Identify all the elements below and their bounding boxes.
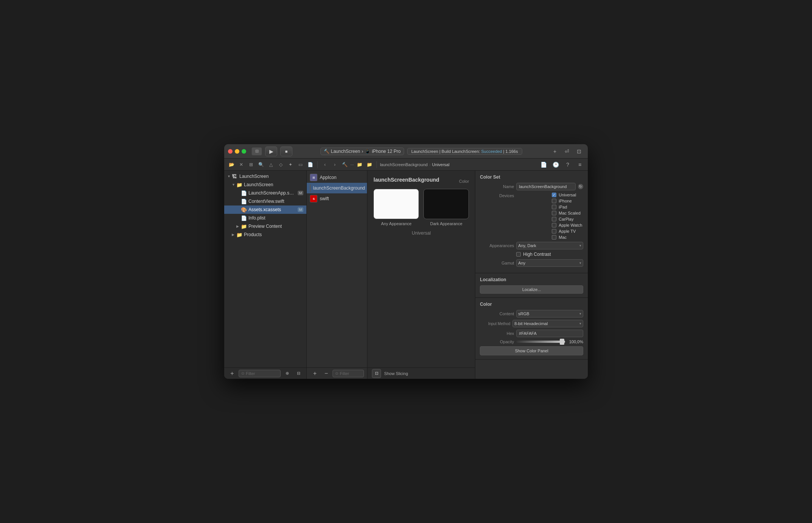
cb-universal[interactable]: ✓ — [552, 193, 556, 197]
cb-mac-scaled[interactable] — [552, 211, 556, 215]
maximize-button[interactable] — [242, 149, 246, 154]
devices-section: Devices ✓ Universal iPhone iPad — [480, 193, 583, 240]
doc-new-icon[interactable]: 📄 — [539, 160, 548, 169]
cb-apple-tv[interactable] — [552, 229, 556, 233]
opacity-slider[interactable] — [516, 341, 565, 343]
titlebar: ⊟ ▶ ■ 🔨 LaunchScreen › 📱 iPhone 12 Pro L… — [224, 144, 588, 159]
panel-header-icons: 📄 🕐 ? ≡ — [539, 160, 585, 169]
cb-ipad[interactable] — [552, 205, 556, 209]
titlebar-center: 🔨 LaunchScreen › 📱 iPhone 12 Pro LaunchS… — [295, 148, 547, 155]
rect-icon[interactable]: ▭ — [296, 160, 304, 169]
search-icon[interactable]: 🔍 — [257, 160, 265, 169]
minimize-button[interactable] — [235, 149, 239, 154]
name-label: Name — [480, 184, 514, 189]
help-icon[interactable]: ? — [563, 160, 573, 169]
nav-forward[interactable]: › — [331, 160, 339, 169]
folder-icon[interactable]: 📂 — [227, 160, 236, 169]
nav-back[interactable]: ‹ — [321, 160, 329, 169]
plist-icon: 📄 — [241, 215, 247, 221]
filter-input-sidebar[interactable]: ⊙ Filter — [239, 370, 281, 377]
add-file-button[interactable]: + — [227, 369, 237, 378]
scheme-icon-2[interactable]: 🔨 — [340, 160, 349, 169]
folder-nav-icon-2[interactable]: 📁 — [365, 160, 373, 169]
tree-item-preview[interactable]: ▶ 📁 Preview Content — [224, 222, 306, 230]
diamond-icon[interactable]: ◇ — [276, 160, 285, 169]
xmark-icon[interactable]: ✕ — [237, 160, 245, 169]
wand-icon[interactable]: ✦ — [286, 160, 295, 169]
tree-label-assets: Assets.xcassets — [248, 207, 296, 212]
warning-icon[interactable]: △ — [267, 160, 275, 169]
gamut-select[interactable]: Any ▾ — [516, 259, 583, 267]
color-section-title: Color — [480, 302, 583, 307]
stop-button[interactable]: ■ — [280, 146, 292, 156]
add-asset-button[interactable]: + — [310, 369, 320, 378]
color-label-right: Color — [459, 179, 469, 184]
sidebar-toggle-button[interactable]: ⊟ — [251, 147, 262, 156]
filter-options-button[interactable]: ⊕ — [282, 369, 292, 378]
doc-icon[interactable]: 📄 — [306, 160, 314, 169]
return-button[interactable]: ⏎ — [562, 147, 572, 156]
show-slicing-button[interactable]: Show Slicing — [384, 371, 408, 376]
grid-icon[interactable]: ⊞ — [247, 160, 255, 169]
history-icon[interactable]: 🕐 — [551, 160, 561, 169]
name-info-icon[interactable]: ↻ — [578, 184, 583, 189]
asset-item-appicon[interactable]: ⊞ AppIcon — [307, 172, 367, 183]
hierarchy-button[interactable]: ⊟ — [294, 369, 303, 378]
cb-apple-watch[interactable] — [552, 223, 556, 227]
stop-icon: ■ — [285, 149, 288, 154]
show-color-panel-button[interactable]: Show Color Panel — [480, 346, 583, 355]
layout-button[interactable]: ⊡ — [574, 147, 584, 156]
localization-section: Localization Localize... — [475, 273, 588, 298]
tree-item-folder[interactable]: ▼ 📁 LaunchScreen — [224, 181, 306, 189]
input-method-label: Input Method — [480, 322, 510, 326]
preview-folder-icon: 📁 — [241, 224, 247, 229]
status-text: LaunchScreen | Build LaunchScreen: — [411, 149, 481, 154]
tree-item-products[interactable]: ▶ 📁 Products — [224, 230, 306, 239]
asset-item-swift[interactable]: S swift — [307, 193, 367, 204]
tree-item-project[interactable]: ▼ 🏗 LaunchScreen — [224, 172, 306, 181]
slice-icon[interactable]: ⊡ — [372, 369, 381, 378]
scheme-selector[interactable]: 🔨 LaunchScreen › 📱 iPhone 12 Pro — [320, 148, 404, 155]
gamut-value: Any — [518, 261, 525, 265]
filter-input-asset[interactable]: ⊙ Filter — [333, 370, 364, 377]
tree-label-products: Products — [244, 232, 303, 237]
device-universal-label: Universal — [559, 193, 576, 197]
tree-item-content-view[interactable]: 📄 ContentView.swift — [224, 197, 306, 205]
name-input[interactable] — [516, 183, 576, 190]
folder-nav-icon[interactable]: 📁 — [355, 160, 364, 169]
hex-input[interactable]: #FAFAFA — [516, 330, 583, 337]
localize-button[interactable]: Localize... — [480, 285, 583, 294]
status-time: | 1.166s — [503, 149, 518, 154]
tree-toggle-folder: ▼ — [232, 183, 236, 187]
swatch-label-any: Any Appearance — [381, 221, 412, 226]
appearances-select[interactable]: Any, Dark ▾ — [516, 242, 583, 249]
gamut-label: Gamut — [480, 261, 514, 265]
device-carplay-label: CarPlay — [559, 217, 573, 221]
content-label: Content — [480, 311, 514, 316]
cb-high-contrast[interactable] — [516, 252, 521, 257]
run-button[interactable]: ▶ — [265, 146, 277, 156]
input-method-select[interactable]: 8-bit Hexadecimal ▾ — [512, 320, 583, 327]
swift-file-icon-2: 📄 — [241, 199, 247, 204]
name-row: Name ↻ — [480, 183, 583, 190]
asset-item-bg[interactable]: launchScreenBackground — [307, 183, 367, 193]
tree-item-plist[interactable]: 📄 Info.plist — [224, 214, 306, 222]
remove-asset-button[interactable]: − — [321, 369, 331, 378]
swatch-white-box[interactable] — [373, 189, 419, 219]
tree-item-assets[interactable]: 🎨 Assets.xcassets M — [224, 205, 306, 214]
add-button[interactable]: + — [550, 147, 560, 156]
opacity-row: Opacity 100,0% — [480, 339, 583, 344]
cb-iphone[interactable] — [552, 199, 556, 203]
scheme-icon: 🔨 — [324, 149, 329, 154]
content-value: sRGB — [518, 311, 529, 316]
toolbar: 📂 ✕ ⊞ 🔍 △ ◇ ✦ ▭ 📄 ‹ › 🔨 ··· 📁 📁 launchSc… — [224, 159, 588, 171]
localization-title: Localization — [480, 277, 583, 282]
tree-item-app-swift[interactable]: 📄 LaunchScreenApp.swift M — [224, 189, 306, 197]
swatch-dark-box[interactable] — [423, 189, 469, 219]
close-button[interactable] — [228, 149, 233, 154]
cb-mac[interactable] — [552, 235, 556, 240]
inspector-icon[interactable]: ≡ — [575, 160, 585, 169]
content-select[interactable]: sRGB ▾ — [516, 310, 583, 318]
cb-carplay[interactable] — [552, 217, 556, 221]
asset-footer: + − ⊙ Filter — [307, 367, 367, 379]
